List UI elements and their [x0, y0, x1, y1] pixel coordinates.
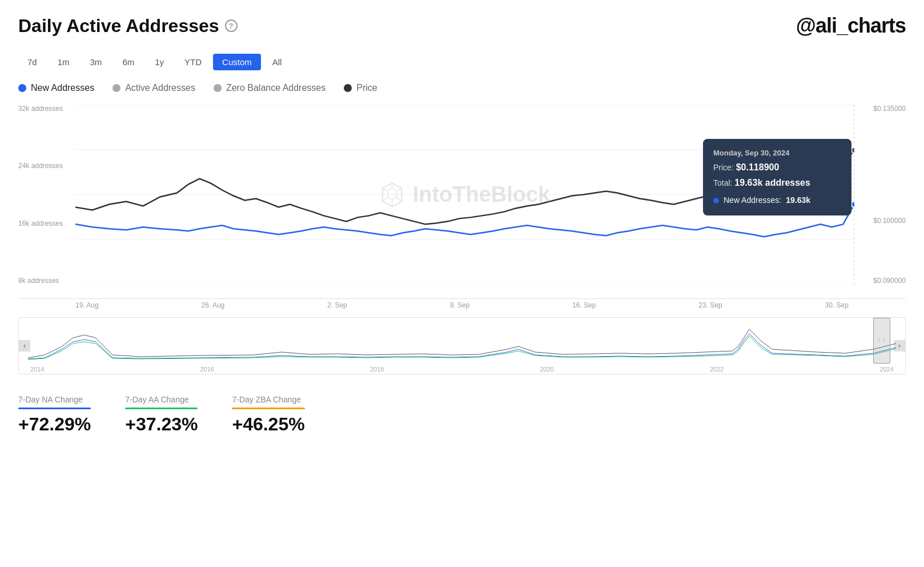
tooltip-total-value: 19.63k addresses: [734, 178, 810, 187]
x-axis: 19. Aug26. Aug2. Sep9. Sep16. Sep23. Sep…: [18, 299, 906, 313]
legend-label: Zero Balance Addresses: [226, 83, 326, 93]
legend-label: New Addresses: [31, 83, 94, 93]
legend-dot: [344, 84, 352, 92]
main-chart: 32k addresses24k addresses16k addresses8…: [18, 105, 906, 299]
nav-range-handle[interactable]: ⋮⋮: [873, 318, 890, 364]
mini-chart-year-label: 2016: [200, 366, 214, 373]
legend-dot: [18, 84, 26, 92]
time-btn-custom[interactable]: Custom: [213, 54, 261, 70]
stat-underline: [125, 408, 198, 409]
page-title: Daily Active Addresses: [18, 15, 219, 37]
svg-point-12: [851, 147, 854, 153]
x-axis-label: 2. Sep: [327, 301, 347, 313]
tooltip-new-addr-value: 19.63k: [786, 194, 810, 207]
time-btn-all[interactable]: All: [263, 54, 291, 70]
x-axis-label: 19. Aug: [75, 301, 99, 313]
legend-item-new-addresses[interactable]: New Addresses: [18, 83, 94, 93]
y-axis-left-label: 32k addresses: [18, 105, 63, 113]
y-axis-left-label: 24k addresses: [18, 162, 63, 170]
stat-item-7-day-aa-change: 7-Day AA Change+37.23%: [125, 395, 198, 435]
legend-item-price[interactable]: Price: [344, 83, 377, 93]
mini-chart-year-label: 2022: [710, 366, 724, 373]
tooltip-new-addr-label: New Addresses:: [724, 194, 781, 207]
stat-item-7-day-na-change: 7-Day NA Change+72.29%: [18, 395, 91, 435]
tooltip-date: Monday, Sep 30, 2024: [713, 147, 841, 159]
legend-label: Active Addresses: [125, 83, 195, 93]
stat-underline: [18, 408, 91, 409]
stat-underline: [232, 408, 304, 409]
mini-chart-year-label: 2024: [880, 366, 894, 373]
y-axis-right: $0.135000$0.100000$0.090000: [873, 105, 906, 298]
info-icon[interactable]: ?: [225, 19, 238, 32]
stat-label: 7-Day AA Change: [125, 395, 198, 404]
tooltip-price: Price: $0.118900: [713, 159, 841, 175]
tooltip-price-value: $0.118900: [736, 162, 780, 172]
x-axis-label: 16. Sep: [572, 301, 596, 313]
x-axis-label: 30. Sep: [825, 301, 849, 313]
stat-value: +46.25%: [232, 414, 304, 435]
legend-item-zero-balance-addresses[interactable]: Zero Balance Addresses: [214, 83, 326, 93]
x-axis-label: 26. Aug: [202, 301, 225, 313]
legend-dot: [113, 84, 120, 92]
x-axis-label: 9. Sep: [450, 301, 470, 313]
time-btn-7d[interactable]: 7d: [18, 54, 46, 70]
time-btn-1m[interactable]: 1m: [49, 54, 79, 70]
mini-chart-year-label: 2014: [30, 366, 44, 373]
y-axis-left-label: 8k addresses: [18, 277, 63, 285]
stat-value: +37.23%: [125, 414, 198, 435]
y-axis-right-label: $0.090000: [873, 277, 906, 285]
mini-chart-year-label: 2020: [540, 366, 554, 373]
stat-label: 7-Day NA Change: [18, 395, 91, 404]
y-axis-right-label: $0.100000: [873, 217, 906, 225]
time-btn-1y[interactable]: 1y: [146, 54, 173, 70]
y-axis-left-label: 16k addresses: [18, 219, 63, 227]
y-axis-right-label: $0.135000: [873, 105, 906, 113]
legend-label: Price: [356, 83, 377, 93]
chart-wrapper: 32k addresses24k addresses16k addresses8…: [18, 105, 906, 313]
stat-item-7-day-zba-change: 7-Day ZBA Change+46.25%: [232, 395, 304, 435]
header-left: Daily Active Addresses ?: [18, 15, 238, 37]
time-btn-ytd[interactable]: YTD: [175, 54, 211, 70]
time-btn-6m[interactable]: 6m: [113, 54, 143, 70]
time-range-selector: 7d1m3m6m1yYTDCustomAll: [18, 54, 906, 70]
tooltip-new-addr-dot: [713, 198, 719, 203]
stats-section: 7-Day NA Change+72.29%7-Day AA Change+37…: [18, 388, 906, 435]
svg-point-13: [851, 201, 854, 207]
tooltip-new-addresses-row: New Addresses: 19.63k: [713, 194, 841, 207]
legend-item-active-addresses[interactable]: Active Addresses: [113, 83, 195, 93]
mini-chart-svg: [28, 318, 896, 364]
mini-chart-year-label: 2018: [370, 366, 384, 373]
legend-dot: [214, 84, 222, 92]
tooltip-total: Total: 19.63k addresses: [713, 175, 841, 190]
watermark: @ali_charts: [796, 14, 906, 38]
header: Daily Active Addresses ? @ali_charts: [18, 14, 906, 38]
x-axis-label: 23. Sep: [698, 301, 722, 313]
chart-tooltip: Monday, Sep 30, 2024 Price: $0.118900 To…: [703, 139, 851, 215]
mini-chart-navigator[interactable]: ‹ › ⋮⋮ 201420162018202020222024: [18, 317, 906, 374]
mini-chart-years: 201420162018202020222024: [30, 366, 894, 373]
stat-label: 7-Day ZBA Change: [232, 395, 304, 404]
y-axis-left: 32k addresses24k addresses16k addresses8…: [18, 105, 63, 298]
time-btn-3m[interactable]: 3m: [81, 54, 111, 70]
chart-legend: New AddressesActive AddressesZero Balanc…: [18, 83, 906, 93]
stat-value: +72.29%: [18, 414, 91, 435]
